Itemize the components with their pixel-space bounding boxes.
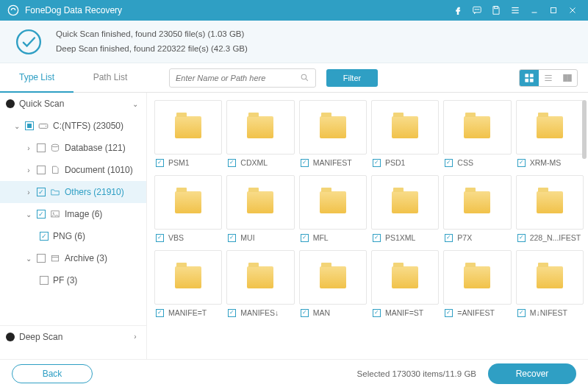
feedback-icon[interactable] — [467, 0, 487, 21]
search-input[interactable] — [176, 74, 300, 82]
sidebar-image[interactable]: ⌄ Image (6) — [0, 203, 146, 225]
chevron-down-icon: ⌄ — [25, 210, 32, 219]
chevron-down-icon: ⌄ — [25, 255, 32, 263]
sidebar-png[interactable]: PNG (6) — [0, 225, 146, 247]
file-item[interactable]: MANIFES↓ — [226, 250, 294, 321]
filter-button[interactable]: Filter — [326, 69, 378, 87]
checkbox[interactable] — [40, 276, 49, 285]
file-item[interactable]: CDXML — [226, 100, 294, 171]
file-item[interactable]: CSS — [443, 100, 511, 171]
maximize-icon[interactable] — [544, 0, 563, 21]
scan-status-band: Quick Scan finished, found 23050 file(s)… — [0, 21, 588, 63]
file-thumbnail — [516, 175, 584, 230]
file-item[interactable]: MAN — [299, 250, 367, 321]
facebook-icon[interactable] — [448, 0, 467, 21]
file-item[interactable]: MFL — [299, 175, 367, 246]
checkbox[interactable] — [445, 309, 453, 317]
view-detail-icon[interactable] — [558, 70, 577, 86]
file-item[interactable]: =ANIFEST — [443, 250, 511, 321]
file-item[interactable]: PS1XML — [371, 175, 439, 246]
file-name: MANIFES↓ — [240, 308, 279, 317]
back-button[interactable]: Back — [12, 364, 93, 383]
svg-point-13 — [17, 30, 40, 54]
scrollbar[interactable] — [582, 100, 587, 356]
chevron-right-icon: › — [25, 166, 32, 174]
minimize-icon[interactable] — [525, 0, 544, 21]
folder-icon — [50, 188, 60, 196]
file-thumbnail — [371, 250, 439, 305]
checkbox[interactable] — [445, 159, 453, 167]
recover-button[interactable]: Recover — [488, 363, 576, 384]
file-item[interactable]: PSM1 — [154, 100, 222, 171]
checkbox[interactable] — [37, 254, 46, 263]
folder-icon — [320, 266, 346, 288]
close-icon[interactable] — [563, 0, 582, 21]
checkbox[interactable] — [40, 232, 49, 241]
chevron-right-icon: › — [25, 144, 32, 152]
sidebar-label: PF (3) — [53, 275, 139, 285]
sidebar-drive[interactable]: ⌄ C:(NTFS) (23050) — [0, 115, 146, 137]
checkbox[interactable] — [301, 234, 309, 242]
checkbox[interactable] — [373, 159, 381, 167]
folder-icon — [175, 191, 201, 213]
sidebar-document[interactable]: › Document (1010) — [0, 159, 146, 181]
checkbox[interactable] — [228, 234, 236, 242]
file-grid-wrap: PSM1CDXMLMANIFESTPSD1CSSXRM-MSVBSMUIMFLP… — [147, 93, 588, 359]
file-item[interactable]: 228_N...IFEST — [516, 175, 584, 246]
file-item[interactable]: MANIFE=T — [154, 250, 222, 321]
checkbox[interactable] — [37, 143, 46, 152]
file-item[interactable]: MANIF=ST — [371, 250, 439, 321]
checkbox[interactable] — [156, 309, 164, 317]
success-check-icon — [15, 28, 43, 56]
checkbox[interactable] — [517, 159, 526, 167]
view-list-icon[interactable] — [539, 70, 558, 86]
file-item[interactable]: MANIFEST — [299, 100, 367, 171]
checkbox[interactable] — [373, 309, 381, 317]
sidebar-others[interactable]: › Others (21910) — [0, 181, 146, 203]
folder-icon — [392, 116, 418, 138]
titlebar: FoneDog Data Recovery — [0, 0, 588, 21]
list-mode-tabs: Type List Path List — [0, 63, 147, 93]
checkbox[interactable] — [37, 210, 46, 219]
search-box[interactable] — [169, 68, 316, 88]
svg-point-0 — [8, 5, 18, 15]
checkbox[interactable] — [301, 309, 309, 317]
toolbar: Type List Path List Filter — [0, 63, 588, 93]
tab-path-list[interactable]: Path List — [74, 63, 147, 93]
checkbox[interactable] — [228, 159, 236, 167]
scrollbar-thumb[interactable] — [582, 100, 587, 159]
checkbox[interactable] — [25, 121, 34, 130]
file-name: PSD1 — [385, 158, 405, 167]
sidebar-quick-scan[interactable]: Quick Scan ⌄ — [0, 93, 146, 115]
checkbox[interactable] — [156, 159, 164, 167]
save-icon[interactable] — [487, 0, 506, 21]
svg-line-15 — [306, 79, 308, 81]
file-name: MANIFE=T — [168, 308, 207, 317]
checkbox[interactable] — [373, 234, 381, 242]
checkbox[interactable] — [517, 234, 526, 242]
folder-icon — [247, 266, 273, 288]
file-item[interactable]: P7X — [443, 175, 511, 246]
sidebar-deep-scan[interactable]: Deep Scan › — [0, 325, 146, 347]
checkbox[interactable] — [156, 234, 164, 242]
menu-icon[interactable] — [506, 0, 525, 21]
file-item[interactable]: M↓NIFEST — [516, 250, 584, 321]
checkbox[interactable] — [37, 166, 46, 174]
checkbox[interactable] — [37, 188, 46, 196]
view-grid-icon[interactable] — [520, 70, 539, 86]
sidebar-archive[interactable]: ⌄ Archive (3) — [0, 247, 146, 269]
tab-type-list[interactable]: Type List — [0, 63, 74, 93]
checkbox[interactable] — [517, 309, 526, 317]
sidebar-database[interactable]: › Database (121) — [0, 137, 146, 159]
file-thumbnail — [299, 100, 367, 155]
file-name: 228_N...IFEST — [530, 233, 581, 242]
file-item[interactable]: MUI — [226, 175, 294, 246]
file-item[interactable]: XRM-MS — [516, 100, 584, 171]
checkbox[interactable] — [301, 159, 309, 167]
svg-point-14 — [301, 74, 306, 79]
checkbox[interactable] — [445, 234, 453, 242]
file-item[interactable]: PSD1 — [371, 100, 439, 171]
file-item[interactable]: VBS — [154, 175, 222, 246]
sidebar-pf[interactable]: PF (3) — [0, 269, 146, 291]
checkbox[interactable] — [228, 309, 236, 317]
